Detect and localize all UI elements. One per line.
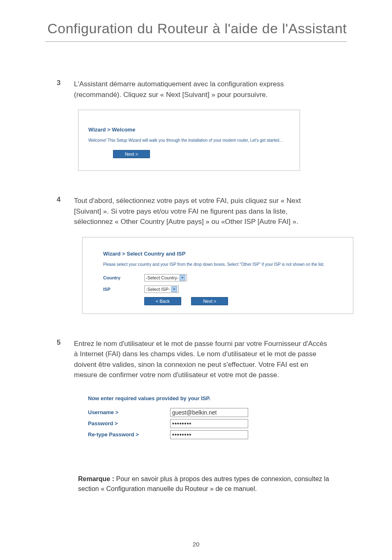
isp-select[interactable]: -Select ISP- (144, 286, 179, 293)
password-input[interactable]: •••••••• (170, 419, 248, 428)
next-button[interactable]: Next > (113, 150, 150, 158)
step-3: 3 L'Assistant démarre automatiquement av… (45, 79, 347, 100)
step-4: 4 Tout d'abord, sélectionnez votre pays … (45, 196, 347, 227)
country-select-value: -Select Country- (146, 275, 178, 280)
wizard-description: Welcome! This Setup Wizard will walk you… (88, 138, 290, 143)
credentials-heading: Now enter required values provided by yo… (88, 395, 290, 401)
country-select[interactable]: -Select Country- (144, 274, 187, 281)
remark-label: Remarque : (78, 475, 114, 482)
username-row: Username > guest@belkin.net (88, 408, 290, 417)
chevron-down-icon (171, 286, 177, 292)
wizard-breadcrumb: Wizard > Select Country and ISP (103, 251, 343, 257)
page-title: Configuration du Routeur à l'aide de l'A… (45, 21, 347, 42)
step-text: Entrez le nom d'utilisateur et le mot de… (74, 339, 329, 380)
country-row: Country -Select Country- (103, 274, 343, 281)
isp-select-value: -Select ISP- (146, 287, 170, 292)
next-button[interactable]: Next > (191, 297, 228, 305)
step-text: Tout d'abord, sélectionnez votre pays et… (74, 196, 304, 227)
wizard-breadcrumb: Wizard > Welcome (88, 127, 290, 133)
wizard-description: Please select your country and your ISP … (103, 262, 343, 267)
step-number: 4 (57, 196, 74, 227)
password-row: Password > •••••••• (88, 419, 290, 428)
wizard-country-isp-box: Wizard > Select Country and ISP Please s… (82, 237, 353, 314)
country-label: Country (103, 275, 144, 280)
isp-row: ISP -Select ISP- (103, 286, 343, 293)
wizard-welcome-box: Wizard > Welcome Welcome! This Setup Wiz… (78, 110, 300, 171)
chevron-down-icon (180, 275, 185, 281)
back-button[interactable]: < Back (144, 297, 181, 305)
step-number: 3 (57, 79, 74, 100)
retype-password-input[interactable]: •••••••• (170, 430, 248, 439)
step-5: 5 Entrez le nom d'utilisateur et le mot … (45, 339, 347, 380)
remark-note: Remarque : Pour en savoir plus à propos … (78, 474, 341, 494)
step-text: L'Assistant démarre automatiquement avec… (74, 79, 304, 100)
wizard-credentials-box: Now enter required values provided by yo… (86, 390, 292, 449)
page-number: 20 (0, 541, 392, 548)
step-number: 5 (57, 339, 74, 380)
retype-password-row: Re-type Password > •••••••• (88, 430, 290, 439)
remark-text: Pour en savoir plus à propos des autres … (78, 475, 329, 492)
isp-label: ISP (103, 287, 144, 292)
username-label: Username > (88, 409, 170, 415)
password-label: Password > (88, 420, 170, 426)
retype-password-label: Re-type Password > (88, 431, 170, 438)
username-input[interactable]: guest@belkin.net (170, 408, 248, 417)
